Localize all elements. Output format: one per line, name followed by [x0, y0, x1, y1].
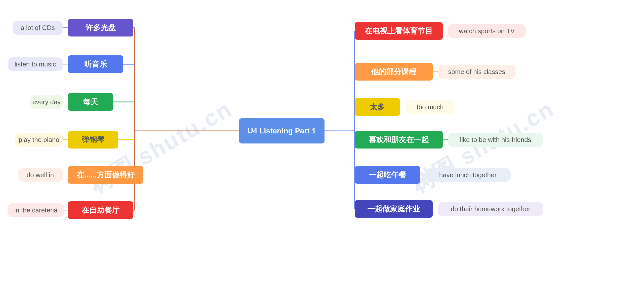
right-label-6: do their homework together [438, 202, 543, 216]
left-node-4: 弹钢琴 [68, 131, 118, 149]
right-label-3: too much [405, 100, 455, 114]
right-label-1: watch sports on TV [448, 24, 526, 38]
right-node-6: 一起做家庭作业 [355, 200, 433, 218]
right-label-2: some of his classes [438, 65, 516, 79]
left-node-1: 许多光盘 [68, 19, 133, 36]
right-node-3: 太多 [355, 98, 400, 116]
right-node-2: 他的部分课程 [355, 63, 433, 81]
left-node-1-label: 许多光盘 [86, 23, 116, 33]
left-node-2: 听音乐 [68, 55, 123, 73]
left-label-5: do well in [18, 168, 63, 182]
left-node-6-label: 在自助餐厅 [82, 205, 119, 215]
left-node-6: 在自助餐厅 [68, 201, 133, 219]
right-node-2-label: 他的部分课程 [371, 67, 416, 77]
left-node-4-label: 弹钢琴 [82, 135, 104, 145]
right-label-5: have lunch together [425, 168, 511, 182]
right-node-1-label: 在电视上看体育节目 [365, 26, 433, 36]
left-node-2-label: 听音乐 [84, 59, 107, 69]
right-node-5: 一起吃午餐 [355, 166, 420, 184]
right-label-4: like to be with his friends [448, 133, 543, 147]
right-node-5-label: 一起吃午餐 [369, 170, 406, 180]
left-label-2: listen to music [8, 57, 63, 71]
left-node-5-label: 在......方面做得好 [77, 170, 135, 180]
right-node-6-label: 一起做家庭作业 [367, 204, 420, 214]
left-node-5: 在......方面做得好 [68, 166, 143, 184]
left-node-3: 每天 [68, 93, 113, 111]
mind-map: U4 Listening Part 1 许多光盘 听音乐 每天 弹钢琴 在...… [0, 0, 644, 294]
right-node-1: 在电视上看体育节目 [355, 22, 443, 40]
right-node-4-label: 喜欢和朋友在一起 [369, 135, 429, 145]
center-node: U4 Listening Part 1 [239, 118, 325, 143]
center-label: U4 Listening Part 1 [248, 127, 316, 135]
right-node-3-label: 太多 [370, 102, 385, 112]
left-node-3-label: 每天 [83, 97, 98, 107]
left-label-4: play the piano [15, 133, 63, 147]
left-label-6: in the careteria [8, 203, 64, 217]
left-label-3: every day [30, 95, 63, 109]
left-label-1: a lot of CDs [13, 21, 63, 35]
right-node-4: 喜欢和朋友在一起 [355, 131, 443, 149]
